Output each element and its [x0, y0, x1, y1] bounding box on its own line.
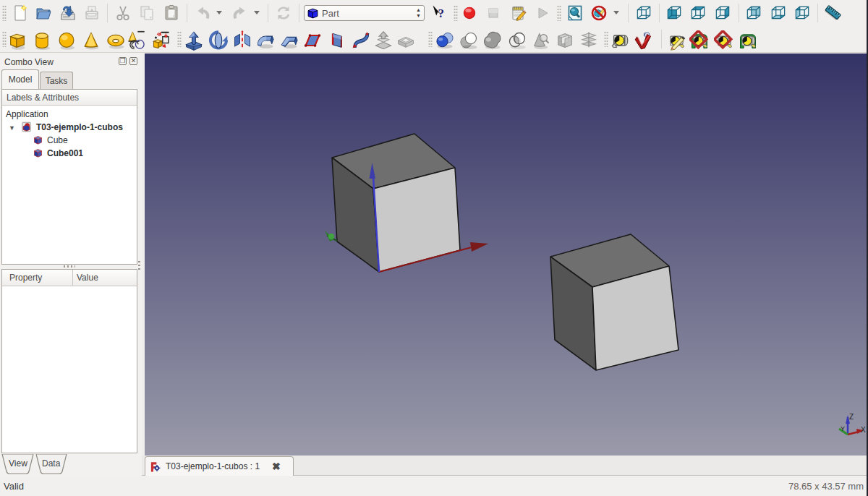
svg-text:Y: Y — [841, 425, 845, 432]
svg-text:X: X — [861, 426, 866, 434]
svg-text:View: View — [9, 458, 27, 469]
svg-text:Data: Data — [42, 458, 61, 469]
svg-text:Z: Z — [849, 413, 854, 421]
svg-text:?: ? — [438, 7, 445, 20]
